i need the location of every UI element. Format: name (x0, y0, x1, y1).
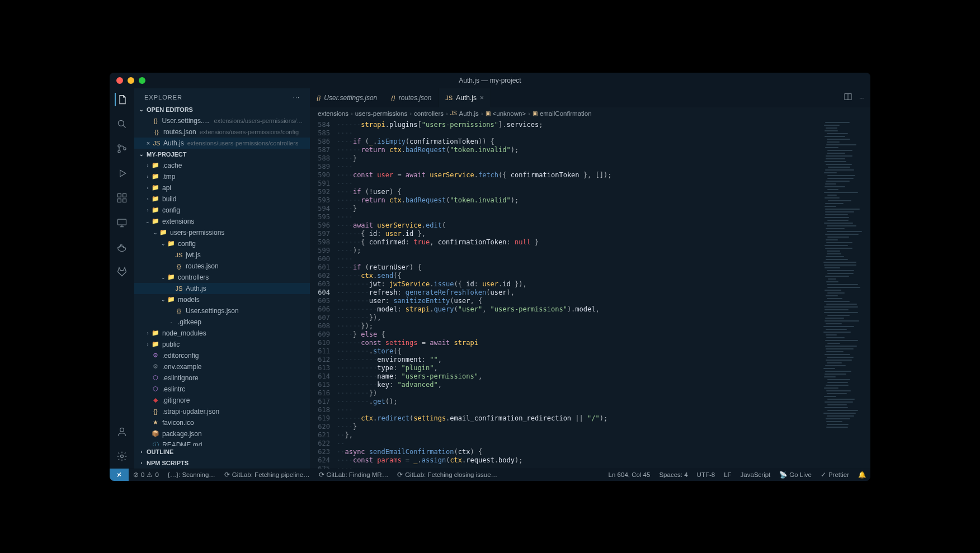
tree-item[interactable]: ⓘ README.md (134, 439, 310, 446)
extensions-icon[interactable] (115, 191, 129, 205)
tree-item[interactable]: › 📁 .tmp (134, 171, 310, 182)
accounts-icon[interactable] (115, 425, 129, 438)
npm-scripts-header[interactable]: › NPM SCRIPTS (134, 457, 310, 469)
tree-item[interactable]: › 📁 .cache (134, 160, 310, 171)
docker-icon[interactable] (115, 240, 129, 254)
tree-item[interactable]: ⬡ .eslintignore (134, 372, 310, 384)
debug-icon[interactable] (115, 167, 129, 180)
tree-item[interactable]: › 📁 api (134, 182, 310, 193)
explorer-icon[interactable] (115, 93, 128, 106)
problems-button[interactable]: ⊘0 ⚠0 (129, 471, 163, 479)
tab-label: routes.json (399, 94, 432, 102)
file-icon: ◆ (151, 396, 160, 404)
svg-point-0 (118, 120, 124, 126)
breadcrumb-item[interactable]: Auth.js (459, 110, 479, 117)
tree-item[interactable]: ⌄ 📁 models (134, 294, 310, 305)
split-editor-icon[interactable] (844, 92, 852, 103)
tree-item[interactable]: · .gitkeep (134, 316, 310, 328)
minimap[interactable] (820, 120, 870, 469)
more-icon[interactable]: ··· (859, 94, 865, 102)
language-mode[interactable]: JavaScript (736, 471, 775, 478)
tree-item[interactable]: ⚙ .editorconfig (134, 350, 310, 361)
cursor-position[interactable]: Ln 604, Col 45 (604, 471, 655, 478)
breadcrumb-item[interactable]: users-permissions (355, 110, 407, 117)
outline-header[interactable]: › OUTLINE (134, 446, 310, 457)
tab-label: Auth.js (456, 94, 477, 102)
tree-item[interactable]: ★ favicon.ico (134, 417, 310, 428)
tree-item[interactable]: ⬡ .eslintrc (134, 384, 310, 395)
file-label: .tmp (162, 173, 175, 181)
breadcrumb-item[interactable]: <unknown> (493, 110, 526, 117)
settings-icon[interactable] (115, 450, 129, 463)
file-icon: JS (175, 285, 183, 292)
tree-item[interactable]: ◆ .gitignore (134, 395, 310, 406)
gitlab-issue-status[interactable]: ⟳GitLab: Fetching closing issue… (393, 471, 502, 479)
go-live-button[interactable]: 📡Go Live (775, 471, 816, 479)
open-editors-header[interactable]: ⌄ OPEN EDITORS (134, 104, 310, 115)
open-editor-item[interactable]: × JS Auth.js extensions/users-permission… (134, 138, 310, 149)
file-label: config (162, 206, 180, 214)
chevron-icon: › (144, 330, 151, 336)
svg-rect-8 (118, 219, 126, 225)
close-window-icon[interactable] (116, 77, 123, 84)
file-icon: 📁 (151, 218, 160, 225)
status-bar: ⊘0 ⚠0 {…}: Scanning… ⟳GitLab: Fetching p… (110, 469, 870, 481)
editor-tab[interactable]: JS Auth.js × (439, 88, 491, 107)
tree-item[interactable]: JS Auth.js (134, 283, 310, 294)
file-icon: JS (445, 94, 453, 101)
file-icon: 📁 (151, 329, 160, 337)
indentation[interactable]: Spaces: 4 (654, 471, 692, 478)
breadcrumb-item[interactable]: emailConfirmation (540, 110, 592, 117)
window-title: Auth.js — my-project (459, 77, 521, 84)
search-icon[interactable] (115, 117, 129, 131)
tree-item[interactable]: ⌄ 📁 users-permissions (134, 227, 310, 238)
file-path: extensions/users-permissions/controllers (187, 140, 299, 146)
notifications-icon[interactable]: 🔔 (854, 471, 870, 479)
scanning-status[interactable]: {…}: Scanning… (163, 471, 220, 478)
close-icon[interactable]: × (480, 94, 484, 102)
tree-item[interactable]: {} User.settings.json (134, 305, 310, 316)
tree-item[interactable]: JS jwt.js (134, 249, 310, 261)
tree-item[interactable]: › 📁 build (134, 193, 310, 205)
tree-item[interactable]: ⌄ 📁 extensions (134, 216, 310, 227)
breadcrumb-item[interactable]: extensions (318, 110, 348, 117)
tree-item[interactable]: ⚙ .env.example (134, 361, 310, 372)
tree-item[interactable]: ⌄ 📁 config (134, 238, 310, 249)
svg-point-10 (121, 455, 124, 457)
eol[interactable]: LF (719, 471, 736, 478)
file-label: build (162, 195, 176, 203)
tree-item[interactable]: › 📁 node_modules (134, 328, 310, 339)
gitlab-pipeline-status[interactable]: ⟳GitLab: Fetching pipeline… (220, 471, 314, 479)
editor-tab[interactable]: {} routes.json (384, 88, 439, 107)
project-header[interactable]: ⌄ MY-PROJECT (134, 149, 310, 160)
file-icon: {} (317, 94, 321, 101)
tree-item[interactable]: {} .strapi-updater.json (134, 406, 310, 417)
remote-button[interactable] (110, 469, 129, 481)
file-icon: 📁 (167, 240, 176, 247)
code-editor[interactable]: ······strapi.plugins["users-permissions"… (337, 120, 820, 469)
gitlab-mr-status[interactable]: ⟳GitLab: Finding MR… (314, 471, 393, 479)
tree-item[interactable]: ⌄ 📁 controllers (134, 272, 310, 283)
open-editor-item[interactable]: {} User.settings.json extensions/users-p… (134, 115, 310, 126)
tree-item[interactable]: {} routes.json (134, 261, 310, 272)
open-editor-item[interactable]: {} routes.json extensions/users-permissi… (134, 126, 310, 138)
tree-item[interactable]: 📦 package.json (134, 428, 310, 439)
encoding[interactable]: UTF-8 (692, 471, 720, 478)
remote-explorer-icon[interactable] (115, 216, 129, 229)
tree-item[interactable]: › 📁 public (134, 339, 310, 350)
breadcrumbs[interactable]: extensions›users-permissions›controllers… (310, 107, 870, 120)
minimize-window-icon[interactable] (128, 77, 134, 84)
close-icon[interactable]: × (144, 140, 152, 146)
file-icon: 📁 (159, 229, 168, 236)
tree-item[interactable]: › 📁 config (134, 205, 310, 216)
editor-tab[interactable]: {} User.settings.json (310, 88, 384, 107)
more-icon[interactable]: ··· (293, 94, 300, 101)
source-control-icon[interactable] (115, 142, 129, 155)
breadcrumb-icon: ▣ (486, 110, 491, 116)
prettier-status[interactable]: ✓Prettier (816, 471, 854, 479)
file-path: extensions/users-permissions/mod… (214, 117, 307, 124)
gitlab-icon[interactable] (115, 265, 129, 278)
breadcrumb-item[interactable]: controllers (414, 110, 444, 117)
maximize-window-icon[interactable] (139, 77, 145, 84)
file-icon: {} (391, 94, 395, 101)
